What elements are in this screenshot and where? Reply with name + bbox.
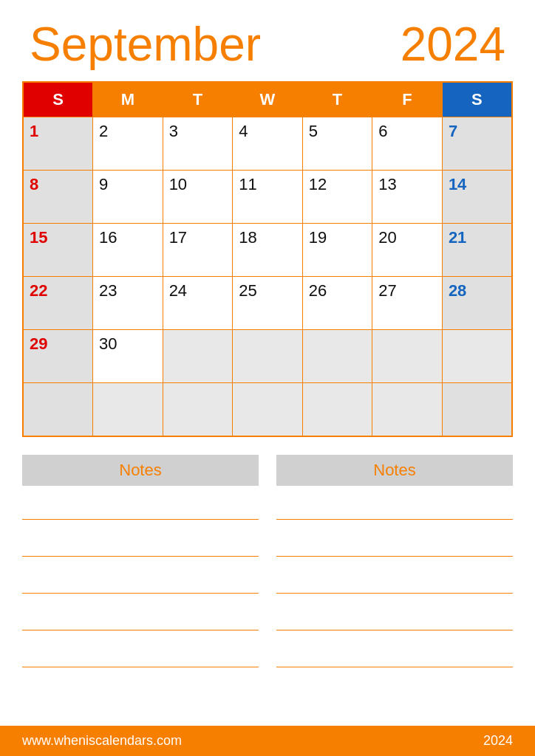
day-cell: 25 (233, 277, 303, 330)
day-cell: 26 (302, 277, 372, 330)
day-cell: 2 (93, 117, 163, 171)
day-cell: 1 (23, 117, 93, 171)
header-sunday: S (23, 82, 93, 117)
notes-left: Notes (22, 455, 259, 719)
day-cell (93, 383, 163, 436)
day-cell: 16 (93, 224, 163, 277)
day-cell: 12 (302, 171, 372, 224)
calendar-table: S M T W T F S 1 2 3 4 5 6 7 (22, 81, 513, 437)
notes-line[interactable] (276, 610, 513, 630)
month-title: September (30, 21, 261, 68)
day-cell (163, 330, 233, 383)
table-row (23, 383, 512, 436)
header-friday: F (372, 82, 443, 117)
notes-line[interactable] (22, 573, 259, 594)
day-cell (302, 383, 372, 436)
day-cell: 20 (372, 224, 443, 277)
notes-right-lines (276, 499, 513, 719)
day-cell: 7 (442, 117, 512, 171)
day-cell: 18 (233, 224, 303, 277)
year-title: 2024 (401, 21, 505, 68)
notes-left-lines (22, 499, 259, 719)
notes-line[interactable] (276, 499, 513, 520)
table-row: 15 16 17 18 19 20 21 (23, 224, 512, 277)
day-cell (233, 383, 303, 436)
day-cell: 28 (442, 277, 512, 330)
footer-url: www.wheniscalendars.com (22, 733, 182, 749)
table-row: 1 2 3 4 5 6 7 (23, 117, 512, 171)
day-cell (163, 383, 233, 436)
notes-right-header: Notes (276, 455, 513, 486)
day-cell: 30 (93, 330, 163, 383)
header-saturday: S (442, 82, 512, 117)
day-cell (233, 330, 303, 383)
notes-line[interactable] (22, 499, 259, 520)
header-monday: M (93, 82, 163, 117)
header-thursday: T (302, 82, 372, 117)
day-cell: 17 (163, 224, 233, 277)
day-cell (442, 383, 512, 436)
day-cell: 9 (93, 171, 163, 224)
day-headers-row: S M T W T F S (23, 82, 512, 117)
notes-line[interactable] (276, 573, 513, 594)
day-cell: 11 (233, 171, 303, 224)
notes-line[interactable] (276, 647, 513, 667)
day-cell: 5 (302, 117, 372, 171)
footer-year: 2024 (483, 733, 513, 749)
notes-line[interactable] (22, 536, 259, 557)
header-tuesday: T (163, 82, 233, 117)
footer: www.wheniscalendars.com 2024 (0, 726, 535, 756)
page: September 2024 S M T W T F S 1 2 (0, 0, 535, 756)
notes-line[interactable] (276, 536, 513, 557)
header: September 2024 (0, 0, 535, 81)
day-cell: 13 (372, 171, 443, 224)
calendar-container: S M T W T F S 1 2 3 4 5 6 7 (0, 81, 535, 437)
table-row: 22 23 24 25 26 27 28 (23, 277, 512, 330)
day-cell: 24 (163, 277, 233, 330)
notes-left-header: Notes (22, 455, 259, 486)
day-cell (442, 330, 512, 383)
day-cell (302, 330, 372, 383)
table-row: 8 9 10 11 12 13 14 (23, 171, 512, 224)
day-cell: 10 (163, 171, 233, 224)
day-cell (372, 383, 443, 436)
day-cell (23, 383, 93, 436)
day-cell: 3 (163, 117, 233, 171)
notes-line[interactable] (22, 647, 259, 667)
day-cell: 29 (23, 330, 93, 383)
day-cell: 6 (372, 117, 443, 171)
day-cell: 27 (372, 277, 443, 330)
day-cell: 14 (442, 171, 512, 224)
notes-section: Notes Notes (0, 437, 535, 726)
day-cell (372, 330, 443, 383)
day-cell: 19 (302, 224, 372, 277)
day-cell: 21 (442, 224, 512, 277)
day-cell: 23 (93, 277, 163, 330)
notes-right: Notes (276, 455, 513, 719)
day-cell: 15 (23, 224, 93, 277)
table-row: 29 30 (23, 330, 512, 383)
header-wednesday: W (233, 82, 303, 117)
day-cell: 8 (23, 171, 93, 224)
day-cell: 4 (233, 117, 303, 171)
notes-line[interactable] (22, 610, 259, 630)
day-cell: 22 (23, 277, 93, 330)
